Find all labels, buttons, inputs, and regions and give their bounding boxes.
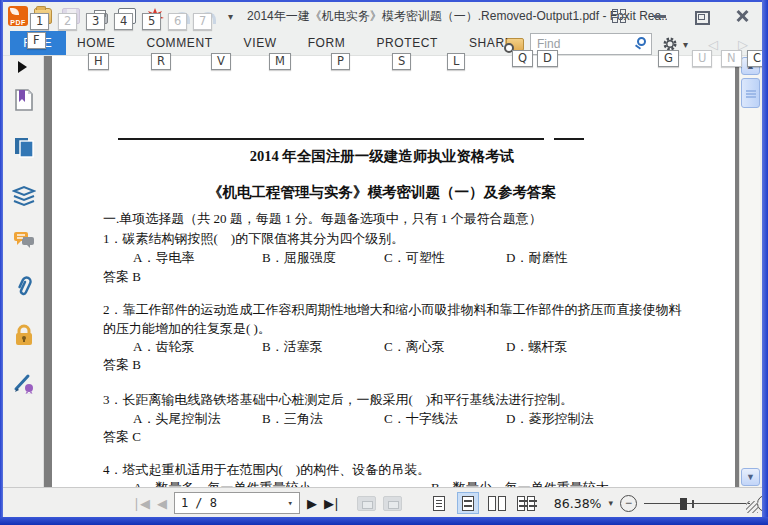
window-title: 2014年一建《机电实务》模考密训题（一）.Removed-Output1.pd… xyxy=(247,8,667,25)
scroll-down-icon[interactable]: ▼ xyxy=(741,468,760,486)
page-dropdown-icon[interactable]: ▾ xyxy=(287,498,292,508)
fullscreen-icon[interactable] xyxy=(612,9,627,23)
hint-redo: 7 xyxy=(193,13,212,30)
sidebar-expand-icon[interactable] xyxy=(18,61,27,73)
zoom-in-button[interactable]: + xyxy=(757,495,768,512)
hint-forward: N xyxy=(721,50,742,67)
hint-comment: R xyxy=(151,53,171,70)
scrollbar-thumb[interactable] xyxy=(741,78,760,108)
layers-panel-icon[interactable] xyxy=(12,183,36,207)
next-page-button[interactable]: ▶ xyxy=(307,497,317,510)
search-folder-icon[interactable] xyxy=(506,38,524,51)
hint-share: S xyxy=(392,53,411,70)
window-border-bottom xyxy=(0,517,768,525)
settings-caret-icon: ▾ xyxy=(683,39,688,50)
pdf-page[interactable]: 2014 年全国注册一级建造师执业资格考试 《机电工程管理与实务》模考密训题（一… xyxy=(52,56,735,487)
status-bar: ◀ ◀ 1 / 8 ▾ ▶ ▶❘ 86.38% ▾ − + xyxy=(3,487,762,517)
question-1-text: 1．碳素结构钢按照( )的下限值将其分为四个级别。 xyxy=(103,229,404,248)
zoom-out-button[interactable]: − xyxy=(620,495,637,512)
zoom-slider[interactable] xyxy=(644,495,750,512)
question-2-answer: 答案 B xyxy=(103,355,141,374)
hint-find: D xyxy=(537,50,558,67)
restore-icon[interactable] xyxy=(694,9,709,23)
bookmarks-panel-icon[interactable] xyxy=(12,88,36,112)
question-3-options: A．头尾控制法B．三角法C．十字线法D．菱形控制法 xyxy=(133,409,593,428)
header-rule xyxy=(118,138,584,140)
hint-help: L xyxy=(447,53,465,70)
next-view-button xyxy=(383,496,402,511)
document-margin-left xyxy=(44,56,52,487)
hint-email: 4 xyxy=(114,13,133,30)
question-4-options-partial: A．数量多、每一单件重量较小B．数量少、每一单件重量较大 xyxy=(133,478,609,487)
hint-save: 2 xyxy=(58,13,77,30)
hint-form: M xyxy=(269,53,291,70)
continuous-view-button[interactable] xyxy=(457,492,479,514)
previous-view-button xyxy=(357,496,376,511)
page-number-box[interactable]: 1 / 8 ▾ xyxy=(174,492,300,514)
main-area: 2014 年全国注册一级建造师执业资格考试 《机电工程管理与实务》模考密训题（一… xyxy=(3,56,762,487)
hint-settings: G xyxy=(658,50,679,67)
hint-file: F xyxy=(27,32,46,49)
qat-dropdown-icon[interactable]: ▾ xyxy=(228,11,233,22)
question-3-answer: 答案 C xyxy=(103,427,141,446)
doc-title-line2: 《机电工程管理与实务》模考密训题（一）及参考答案 xyxy=(52,183,712,202)
continuous-facing-view-button[interactable] xyxy=(515,492,537,514)
pages-panel-icon[interactable] xyxy=(12,135,36,159)
zoom-dropdown-icon[interactable]: ▾ xyxy=(608,498,613,508)
zoom-slider-thumb[interactable] xyxy=(680,498,687,510)
tab-view[interactable]: VIEW xyxy=(242,32,279,54)
tab-form[interactable]: FORM xyxy=(306,32,348,54)
tab-home[interactable]: HOME xyxy=(75,32,117,54)
facing-view-button[interactable] xyxy=(486,492,508,514)
window-controls xyxy=(612,6,750,26)
ribbon-tab-bar: FILE HOME COMMENT VIEW FORM PROTECT SHAR… xyxy=(3,30,762,56)
signature-panel-icon[interactable] xyxy=(12,371,36,395)
hint-snapshot: 5 xyxy=(142,13,161,30)
close-icon[interactable] xyxy=(735,9,750,23)
last-page-button[interactable]: ▶❘ xyxy=(324,497,339,510)
foxit-reader-window: PDF ▾ 2014年一建《机电实务》模考密训题（一）.Removed-Outp… xyxy=(0,0,768,525)
first-page-button: ◀ xyxy=(131,497,150,510)
section-intro: 一.单项选择题（共 20 题，每题 1 分。每题备选项中，只有 1 个最符合题意… xyxy=(103,209,542,228)
question-1-options: A．导电率B．屈服强度C．可塑性D．耐磨性 xyxy=(133,248,567,267)
search-icon[interactable] xyxy=(637,37,646,46)
zoom-percentage[interactable]: 86.38% xyxy=(554,496,602,511)
foxit-logo-icon[interactable]: PDF xyxy=(8,6,28,26)
hint-protect: P xyxy=(331,53,350,70)
doc-title-line1: 2014 年全国注册一级建造师执业资格考试 xyxy=(52,147,712,166)
attachments-panel-icon[interactable] xyxy=(12,275,36,299)
hint-print: 3 xyxy=(86,13,105,30)
hint-home: H xyxy=(88,53,109,70)
vertical-scrollbar[interactable]: ▲ ▼ xyxy=(739,56,760,487)
page-number-value: 1 / 8 xyxy=(181,496,217,510)
minimize-icon[interactable] xyxy=(653,9,668,23)
hint-back: U xyxy=(692,50,712,67)
security-panel-icon[interactable] xyxy=(12,323,36,347)
single-page-view-button[interactable] xyxy=(428,492,450,514)
window-border-right xyxy=(762,0,768,525)
hint-view: V xyxy=(211,53,231,70)
hint-open: 1 xyxy=(30,13,49,30)
question-1-answer: 答案 B xyxy=(103,267,141,286)
tab-protect[interactable]: PROTECT xyxy=(374,32,440,54)
hint-undo: 6 xyxy=(168,13,187,30)
resize-grip[interactable] xyxy=(746,501,758,513)
previous-page-button: ◀ xyxy=(157,497,167,510)
tab-comment[interactable]: COMMENT xyxy=(144,32,214,54)
question-3-text: 3．长距离输电线路铁塔基础中心桩测定后，一般采用( )和平行基线法进行控制。 xyxy=(103,390,573,409)
question-2-options: A．齿轮泵B．活塞泵C．离心泵D．螺杆泵 xyxy=(133,337,567,356)
hint-favorite: C xyxy=(747,50,767,67)
comments-panel-icon[interactable] xyxy=(12,228,36,252)
navigation-sidebar xyxy=(3,56,44,487)
question-2-text-line2: 的压力能增加的往复泵是( )。 xyxy=(103,319,271,338)
question-2-text-line1: 2．靠工作部件的运动造成工作容积周期性地增大和缩小而吸排物料和靠工作部件的挤压而… xyxy=(103,300,682,319)
hint-search-folder: Q xyxy=(512,50,533,67)
question-4-text: 4．塔式起重机适用于在范围内( )的构件、设备的吊装。 xyxy=(103,460,430,479)
